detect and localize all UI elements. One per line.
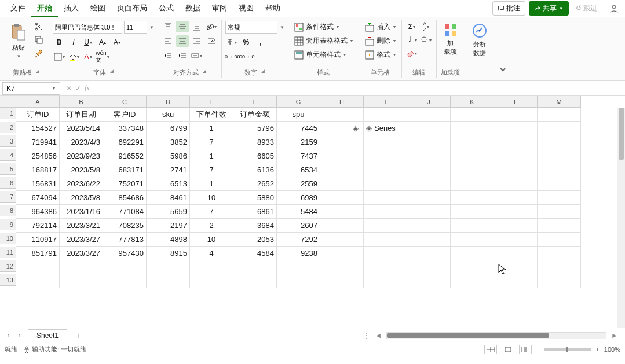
cell[interactable] (147, 260, 190, 274)
copy-button[interactable] (32, 34, 45, 46)
cell[interactable]: 订单金额 (233, 108, 277, 122)
cell[interactable] (451, 135, 494, 149)
cell[interactable]: 2023/5/8 (60, 163, 103, 177)
conditional-format-button[interactable]: 条件格式▾ (292, 21, 341, 33)
cell[interactable]: 708235 (103, 219, 147, 233)
cell[interactable] (451, 233, 494, 247)
find-button[interactable]: ▾ (420, 34, 433, 46)
row-header[interactable]: 2 (0, 122, 16, 133)
insert-cells-button[interactable]: 插入▾ (363, 21, 398, 33)
cell[interactable] (538, 247, 581, 260)
cell[interactable] (494, 163, 538, 177)
cell[interactable]: 2023/3/27 (60, 247, 103, 260)
cell[interactable]: sku (147, 108, 190, 122)
cell[interactable] (320, 247, 364, 260)
cell[interactable]: 154527 (16, 122, 60, 135)
cell[interactable]: 6513 (147, 177, 190, 191)
cell[interactable] (407, 177, 451, 191)
cell[interactable] (451, 163, 494, 177)
page-layout-view-button[interactable] (502, 345, 514, 354)
cell[interactable]: 8461 (147, 191, 190, 205)
profile-button[interactable] (608, 3, 620, 14)
column-header[interactable]: E (190, 96, 233, 108)
cell[interactable]: 4898 (147, 233, 190, 247)
cell[interactable]: 10 (190, 233, 233, 247)
cell[interactable]: 9238 (277, 247, 320, 260)
cell[interactable]: 2023/5/8 (60, 191, 103, 205)
addins-button[interactable]: 加 载项 (440, 21, 461, 58)
cell[interactable]: 337348 (103, 122, 147, 135)
align-bottom-button[interactable] (191, 21, 203, 32)
cell[interactable]: 2023/3/21 (60, 219, 103, 233)
cell[interactable] (320, 274, 364, 288)
border-button[interactable]: ▾ (53, 51, 65, 62)
cell[interactable] (494, 149, 538, 163)
cell[interactable] (190, 260, 233, 274)
cell[interactable]: 3852 (147, 135, 190, 149)
clipboard-dialog-launcher[interactable]: ◢ (35, 68, 39, 77)
cell[interactable]: 7 (190, 135, 233, 149)
spreadsheet[interactable]: ABCDEFGHIJKLM1订单ID订单日期客户IDsku下单件数订单金额spu… (0, 96, 625, 328)
column-header[interactable]: J (407, 96, 451, 108)
font-color-button[interactable]: A▾ (82, 51, 94, 62)
analyze-data-button[interactable]: 分析 数据 (469, 21, 491, 60)
font-size-select[interactable] (124, 21, 147, 34)
column-header[interactable]: A (16, 96, 60, 108)
cell[interactable] (320, 108, 364, 122)
cell[interactable] (320, 233, 364, 247)
column-header[interactable]: H (320, 96, 364, 108)
cell[interactable] (364, 149, 407, 163)
cell[interactable] (320, 205, 364, 219)
cell[interactable]: 6861 (233, 205, 277, 219)
cell[interactable] (407, 274, 451, 288)
cell[interactable]: 3684 (233, 219, 277, 233)
row-header[interactable]: 9 (0, 219, 16, 230)
cell[interactable]: 692291 (103, 135, 147, 149)
zoom-slider[interactable] (544, 348, 591, 351)
scrollbar-thumb[interactable] (619, 108, 624, 160)
cell[interactable] (494, 122, 538, 135)
cell[interactable]: 5484 (277, 205, 320, 219)
cell[interactable] (364, 163, 407, 177)
menu-item-0[interactable]: 文件 (5, 1, 31, 17)
cell[interactable]: 2023/6/22 (60, 177, 103, 191)
normal-view-button[interactable] (484, 345, 497, 354)
cell[interactable] (103, 260, 147, 274)
cell[interactable]: 1 (190, 122, 233, 135)
select-all-corner[interactable] (0, 96, 16, 108)
cell[interactable]: spu (277, 108, 320, 122)
cell[interactable] (407, 135, 451, 149)
collapse-ribbon-button[interactable] (494, 61, 511, 78)
confirm-formula-button[interactable]: ✓ (75, 84, 81, 93)
cell[interactable] (494, 135, 538, 149)
column-header[interactable]: G (277, 96, 320, 108)
sort-filter-button[interactable]: AZ▾ (420, 21, 433, 32)
clear-button[interactable]: ▾ (405, 47, 418, 59)
paste-button[interactable]: 粘贴 ▼ (7, 21, 30, 61)
cell[interactable] (494, 260, 538, 274)
decrease-font-button[interactable]: A▾ (111, 36, 123, 48)
cell[interactable] (538, 122, 581, 135)
cell[interactable] (538, 149, 581, 163)
row-header[interactable]: 1 (0, 108, 16, 119)
cell[interactable] (494, 177, 538, 191)
cell[interactable]: 6989 (277, 191, 320, 205)
cell[interactable] (60, 260, 103, 274)
cell[interactable] (538, 191, 581, 205)
cell[interactable]: 2 (190, 219, 233, 233)
cell[interactable] (538, 205, 581, 219)
cell[interactable] (451, 247, 494, 260)
cell[interactable] (320, 149, 364, 163)
cell[interactable]: 2053 (233, 233, 277, 247)
cell[interactable]: 订单日期 (60, 108, 103, 122)
row-header[interactable]: 13 (0, 274, 16, 286)
fx-icon[interactable]: fx (85, 84, 90, 93)
align-right-button[interactable] (191, 35, 203, 47)
cell[interactable] (364, 108, 407, 122)
cell[interactable] (320, 219, 364, 233)
cell[interactable] (407, 247, 451, 260)
cell[interactable] (407, 149, 451, 163)
cell[interactable] (320, 191, 364, 205)
cell[interactable]: 1 (190, 177, 233, 191)
cell[interactable]: 168817 (16, 163, 60, 177)
